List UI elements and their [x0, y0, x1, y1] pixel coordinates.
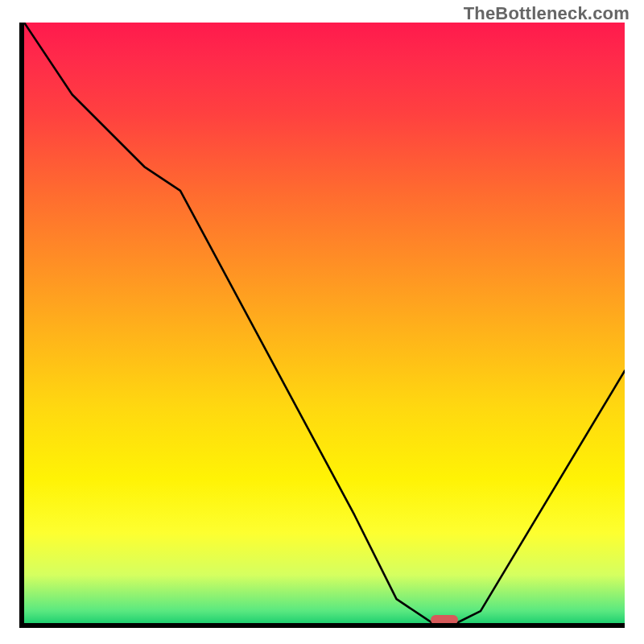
bottleneck-line — [24, 23, 625, 623]
watermark-text: TheBottleneck.com — [464, 3, 630, 24]
chart-curve — [24, 23, 625, 623]
x-axis — [19, 623, 625, 628]
chart-frame — [19, 23, 625, 628]
y-axis — [19, 23, 24, 628]
